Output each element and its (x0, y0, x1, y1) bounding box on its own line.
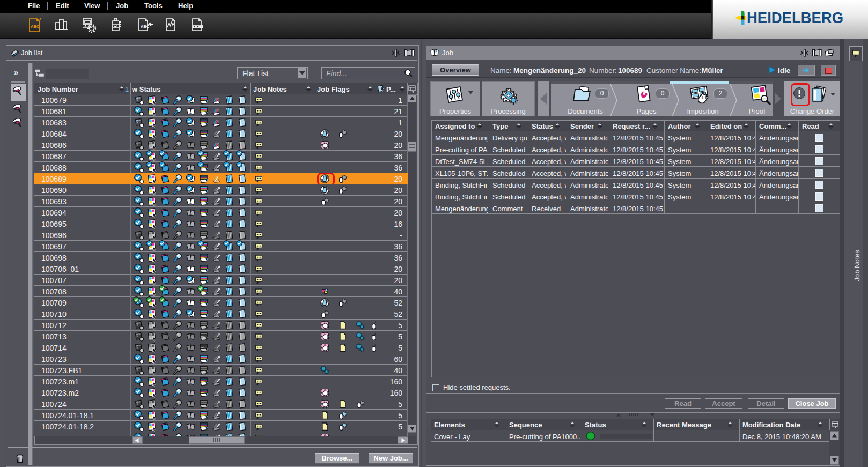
svg-text:ABC: ABC (141, 24, 150, 29)
svg-text:HEIDELBERG: HEIDELBERG (747, 9, 843, 26)
svg-text:ABC: ABC (31, 24, 40, 29)
